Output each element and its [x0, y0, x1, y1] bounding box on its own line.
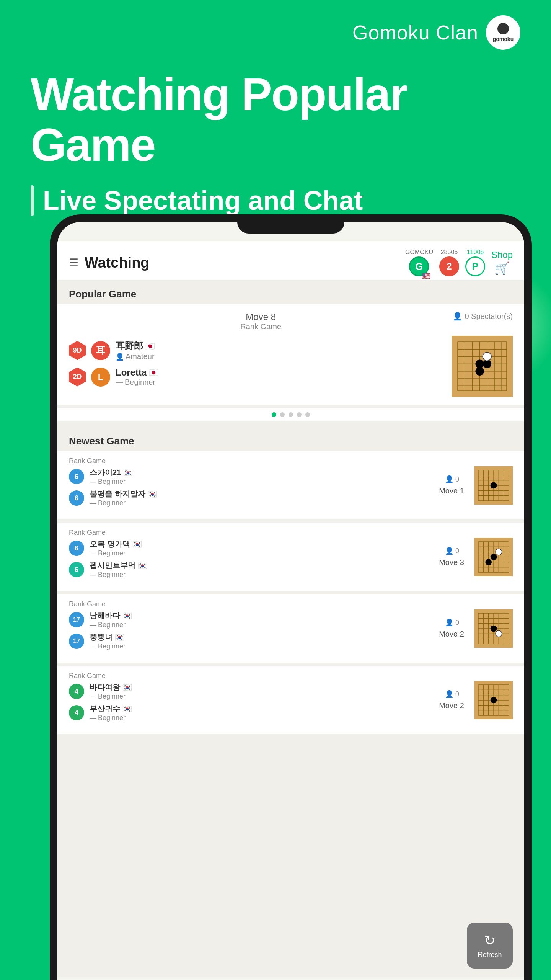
avatar-letter-1: 耳 [96, 345, 105, 357]
dot-5[interactable] [305, 412, 310, 417]
gomoku-icon-group[interactable]: GOMOKU G 🇺🇸 [405, 249, 433, 276]
player-row-2: 2D L Loretta 🇯🇵 [69, 367, 444, 387]
dot-4[interactable] [297, 412, 302, 417]
avatar-2: L [91, 368, 110, 387]
hero-section: Watching Popular Game Live Spectating an… [31, 69, 520, 216]
rank-label-2: Rank Game [69, 529, 429, 537]
player-info-1: 耳野郎 🇯🇵 👤 Amateur [116, 340, 444, 361]
game-player-info-1a: 스카이21 🇰🇷 — Beginner [90, 467, 429, 486]
spectator-icon: 👤 [453, 312, 462, 321]
dot-3[interactable] [289, 412, 293, 417]
game-player-info-2b: 펩시민트부먹 🇰🇷 — Beginner [90, 560, 429, 579]
hero-subtitle-bar [31, 185, 34, 216]
move-label-1: Move 1 [436, 487, 467, 495]
points-2850-label: 2850p [441, 249, 458, 256]
mini-board-svg-2 [474, 538, 513, 576]
svg-point-70 [491, 625, 497, 632]
svg-point-36 [491, 482, 497, 488]
game-avatar-1b: 6 [69, 490, 84, 506]
game-player-row-2b: 6 펩시민트부먹 🇰🇷 — Beginner [69, 560, 429, 579]
game-player-row-4b: 4 부산귀수 🇰🇷 — Beginner [69, 704, 429, 722]
game-avatar-1a: 6 [69, 469, 84, 484]
game-player-row-1a: 6 스카이21 🇰🇷 — Beginner [69, 467, 429, 486]
shop-label: Shop [491, 250, 513, 260]
avatar-1: 耳 [91, 341, 110, 360]
game-list-item-2[interactable]: Rank Game 6 오목 명가댁 🇰🇷 — Beginner 6 [57, 523, 524, 591]
dot-2[interactable] [280, 412, 285, 417]
game-player-level-1b: — Beginner [90, 499, 429, 507]
player-level-2: — Beginner [116, 378, 444, 387]
refresh-icon: ↻ [484, 933, 496, 949]
hero-title: Watching Popular Game [31, 69, 520, 170]
shop-icon: 🛒 [494, 261, 510, 276]
app-logo: gomoku [486, 15, 520, 50]
rank-label-3: Rank Game [69, 600, 429, 608]
mini-board-svg-3 [474, 609, 513, 648]
player-row-1: 9D 耳 耳野郎 🇯🇵 [69, 340, 444, 361]
game-avatar-2a: 6 [69, 541, 84, 556]
bottom-spacer [57, 740, 524, 798]
game-player-row-1b: 6 불평을 하지말자 🇰🇷 — Beginner [69, 489, 429, 507]
popular-game-card[interactable]: Move 8 Rank Game 👤 0 Spectator(s) [57, 304, 524, 405]
popular-section: Popular Game Move 8 Rank Game 👤 0 Specta… [57, 281, 524, 421]
move-label-2: Move 3 [436, 558, 467, 567]
scroll-area[interactable]: Popular Game Move 8 Rank Game 👤 0 Specta… [57, 281, 524, 977]
game-player-row-4a: 4 바다여왕 🇰🇷 — Beginner [69, 682, 429, 701]
top-bar-left: ☰ Watching [69, 255, 150, 271]
game-player-level-3a: — Beginner [90, 621, 429, 629]
game-player-name-2a: 오목 명가댁 🇰🇷 [90, 539, 429, 549]
game-player-name-4b: 부산귀수 🇰🇷 [90, 704, 429, 714]
popular-game-content: 9D 耳 耳野郎 🇯🇵 [69, 336, 513, 397]
mini-board-1 [474, 466, 513, 505]
game-meta-2: 👤 0 Move 3 [436, 547, 467, 567]
player-flag-2: 🇯🇵 [149, 368, 158, 377]
player-name-text-1: 耳野郎 [116, 340, 143, 352]
game-list-item-4[interactable]: Rank Game 4 바다여왕 🇰🇷 — Beginner 4 [57, 666, 524, 734]
shop-group[interactable]: Shop 🛒 [491, 250, 513, 276]
game-player-name-1a: 스카이21 🇰🇷 [90, 467, 429, 478]
hero-subtitle-wrapper: Live Spectating and Chat [31, 185, 520, 216]
move-number: Move 8 [240, 312, 281, 322]
rank-value-2: 2D [73, 373, 82, 381]
board-svg-popular [452, 336, 513, 397]
game-player-row-3b: 17 뚱뚱녀 🇰🇷 — Beginner [69, 632, 429, 650]
refresh-button[interactable]: ↻ Refresh [467, 923, 513, 969]
rank-badge-9d: 9D [69, 341, 86, 360]
phone-notch [237, 214, 344, 234]
game-meta-4: 👤 0 Move 2 [436, 690, 467, 710]
player-flag-1: 🇯🇵 [145, 341, 155, 351]
game-player-level-4a: — Beginner [90, 693, 429, 701]
move-label-4: Move 2 [436, 701, 467, 710]
points-2850-group[interactable]: 2850p 2 [439, 249, 459, 276]
game-list-item-3[interactable]: Rank Game 17 남해바다 🇰🇷 — Beginner 17 [57, 594, 524, 663]
carousel-dots [57, 408, 524, 421]
svg-point-54 [485, 559, 492, 565]
spectator-info: 👤 0 Spectator(s) [453, 312, 513, 321]
game-player-name-3a: 남해바다 🇰🇷 [90, 611, 429, 621]
game-player-row-3a: 17 남해바다 🇰🇷 — Beginner [69, 611, 429, 629]
game-player-level-2a: — Beginner [90, 549, 429, 557]
spectator-count: 0 Spectator(s) [465, 312, 513, 321]
spectator-count-4: 👤 0 [444, 690, 459, 698]
level-icon-1: 👤 [116, 353, 124, 361]
dot-1[interactable] [272, 412, 276, 417]
game-players-4: Rank Game 4 바다여왕 🇰🇷 — Beginner 4 [69, 672, 429, 728]
game-player-name-1b: 불평을 하지말자 🇰🇷 [90, 489, 429, 499]
refresh-label: Refresh [478, 951, 502, 959]
svg-point-17 [475, 359, 484, 368]
game-player-info-3a: 남해바다 🇰🇷 — Beginner [90, 611, 429, 629]
svg-point-71 [496, 630, 502, 637]
game-avatar-3b: 17 [69, 634, 84, 649]
game-list-item-1[interactable]: Rank Game 6 스카이21 🇰🇷 — Beginner 6 [57, 451, 524, 519]
gomoku-label: GOMOKU [405, 249, 433, 256]
points-1100-group[interactable]: 1100p P [465, 249, 485, 276]
game-players-2: Rank Game 6 오목 명가댁 🇰🇷 — Beginner 6 [69, 529, 429, 585]
game-meta-1: 👤 0 Move 1 [436, 475, 467, 495]
mini-board-4 [474, 681, 513, 719]
hamburger-icon[interactable]: ☰ [69, 256, 78, 269]
game-player-info-2a: 오목 명가댁 🇰🇷 — Beginner [90, 539, 429, 557]
svg-point-53 [496, 549, 502, 555]
game-avatar-3a: 17 [69, 612, 84, 627]
game-avatar-2b: 6 [69, 562, 84, 577]
move-label-3: Move 2 [436, 630, 467, 639]
